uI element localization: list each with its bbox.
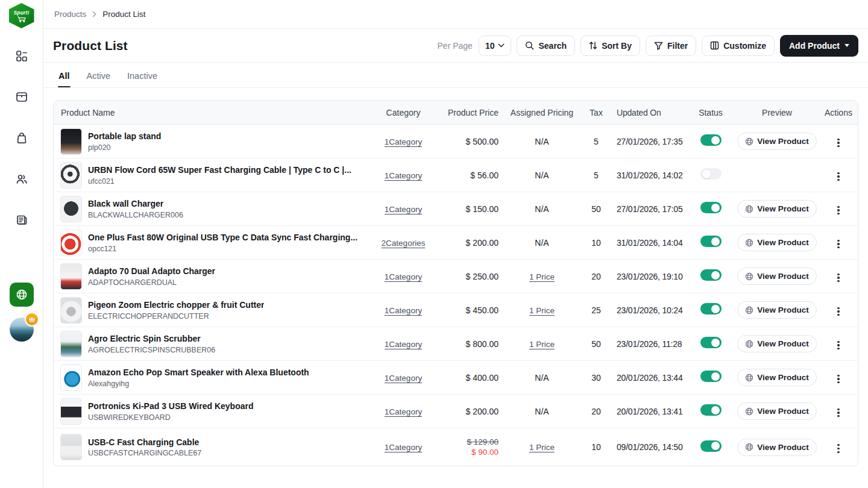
table-row: Pigeon Zoom Electric chopper & fruit Cut…	[54, 293, 858, 327]
chevron-right-icon	[92, 11, 96, 17]
sort-by-button[interactable]: Sort By	[580, 36, 640, 56]
category-link[interactable]: 1Category	[385, 443, 422, 452]
status-toggle[interactable]	[700, 404, 722, 416]
view-product-button[interactable]: View Product	[737, 402, 816, 420]
updated-on: 23/01/2026, 10:24	[614, 305, 687, 315]
updated-on: 27/01/2026, 17:05	[614, 204, 687, 214]
tab-active[interactable]: Active	[86, 71, 112, 87]
category-link[interactable]: 1Category	[385, 137, 422, 146]
per-page-select[interactable]: 10	[479, 36, 512, 56]
globe-icon	[745, 137, 753, 146]
view-product-button[interactable]: View Product	[737, 439, 816, 456]
assigned-pricing-link[interactable]: 1 Price	[529, 443, 555, 452]
view-product-button[interactable]: View Product	[737, 369, 816, 386]
per-page-label: Per Page	[438, 41, 473, 51]
product-name: One Plus Fast 80W Original USB Type C Da…	[88, 232, 357, 243]
table-row: Amazon Echo Pop Smart Speaker with Alexa…	[54, 361, 858, 395]
product-thumbnail	[60, 162, 82, 189]
view-product-button[interactable]: View Product	[737, 234, 816, 251]
globe-icon	[745, 239, 753, 247]
per-page-value: 10	[485, 41, 495, 51]
status-toggle[interactable]	[700, 337, 722, 348]
product-thumbnail	[60, 263, 82, 290]
status-toggle[interactable]	[700, 134, 722, 146]
tax-value: 25	[578, 305, 614, 315]
toggle-knob	[702, 170, 711, 178]
assigned-pricing-link[interactable]: 1 Price	[529, 306, 555, 315]
row-actions-menu[interactable]	[832, 304, 844, 320]
breadcrumb-parent[interactable]: Products	[54, 10, 86, 19]
tab-inactive[interactable]: Inactive	[127, 71, 158, 87]
category-link[interactable]: 1Category	[385, 171, 422, 180]
status-toggle[interactable]	[700, 202, 722, 213]
category-link[interactable]: 1Category	[385, 407, 422, 416]
product-name: Adapto 70 Dual Adapto Charger	[88, 266, 215, 277]
product-sku: plp020	[88, 143, 161, 152]
row-actions-menu[interactable]	[832, 135, 844, 151]
category-link[interactable]: 1Category	[385, 340, 422, 349]
status-toggle[interactable]	[700, 168, 722, 180]
product-sku: USBWIREDKEYBOARD	[88, 413, 253, 422]
assigned-pricing: N/A	[535, 238, 549, 248]
tab-all[interactable]: All	[58, 71, 71, 87]
tax-value: 50	[578, 339, 614, 349]
status-toggle[interactable]	[700, 440, 722, 452]
status-toggle[interactable]	[700, 371, 722, 382]
row-actions-menu[interactable]	[832, 440, 844, 457]
sidebar-item-storefront[interactable]	[10, 283, 34, 307]
category-link[interactable]: 1Category	[385, 272, 422, 281]
sidebar-item-reports[interactable]	[10, 208, 34, 232]
product-price: $ 150.00	[433, 204, 506, 214]
updated-on: 20/01/2026, 13:41	[614, 407, 687, 416]
category-link[interactable]: 2Categories	[382, 239, 426, 248]
tax-value: 5	[578, 137, 614, 146]
product-sku: ELECTRICCHOPPERANDCUTTER	[88, 312, 264, 321]
sidebar: Spurt!	[0, 0, 43, 488]
row-actions-menu[interactable]	[832, 202, 844, 219]
sidebar-item-products[interactable]	[10, 126, 34, 150]
row-actions-menu[interactable]	[832, 337, 844, 354]
category-link[interactable]: 1Category	[385, 205, 422, 214]
breadcrumb-current: Product List	[102, 10, 145, 19]
customize-button[interactable]: Customize	[702, 36, 775, 56]
product-name: Pigeon Zoom Electric chopper & fruit Cut…	[88, 299, 264, 311]
view-product-label: View Product	[757, 373, 808, 382]
add-product-button[interactable]: Add Product	[780, 35, 858, 57]
sidebar-item-customers[interactable]	[10, 167, 34, 191]
toolbar: Per Page 10 Search Sort By Filter	[438, 35, 858, 57]
status-toggle[interactable]	[700, 303, 722, 314]
row-actions-menu[interactable]	[832, 270, 844, 286]
status-toggle[interactable]	[700, 236, 722, 247]
view-product-button[interactable]: View Product	[737, 200, 816, 217]
product-thumbnail	[60, 398, 82, 425]
status-toggle[interactable]	[700, 269, 722, 281]
toggle-knob	[711, 372, 720, 381]
category-link[interactable]: 1Category	[385, 306, 422, 315]
customize-label: Customize	[723, 41, 766, 51]
globe-icon	[745, 272, 753, 281]
row-actions-menu[interactable]	[832, 405, 844, 421]
sidebar-item-inventory[interactable]	[10, 85, 34, 109]
globe-icon	[745, 205, 753, 213]
storefront-globe-icon	[15, 288, 28, 301]
category-link[interactable]: 1Category	[385, 374, 422, 383]
view-product-button[interactable]: View Product	[737, 267, 816, 285]
row-actions-menu[interactable]	[832, 236, 844, 252]
assigned-pricing-link[interactable]: 1 Price	[529, 340, 555, 349]
assigned-pricing-link[interactable]: 1 Price	[529, 272, 555, 281]
row-actions-menu[interactable]	[832, 169, 844, 185]
sidebar-item-dashboard[interactable]	[10, 44, 34, 68]
filter-button[interactable]: Filter	[646, 36, 696, 56]
product-table: Product Name Category Product Price Assi…	[53, 100, 858, 466]
view-product-button[interactable]: View Product	[737, 133, 816, 150]
brand-logo[interactable]: Spurt!	[9, 3, 34, 28]
view-product-button[interactable]: View Product	[737, 335, 816, 352]
toggle-knob	[711, 271, 720, 280]
product-name: Agro Electric Spin Scrubber	[88, 333, 215, 345]
search-button[interactable]: Search	[517, 36, 575, 56]
product-sku: USBCFASTCHARGINGCABLE67	[88, 449, 201, 457]
row-actions-menu[interactable]	[832, 371, 844, 387]
view-product-button[interactable]: View Product	[737, 301, 816, 319]
updated-on: 09/01/2026, 14:50	[614, 442, 687, 452]
product-price-discounted: $ 90.00	[471, 448, 498, 457]
